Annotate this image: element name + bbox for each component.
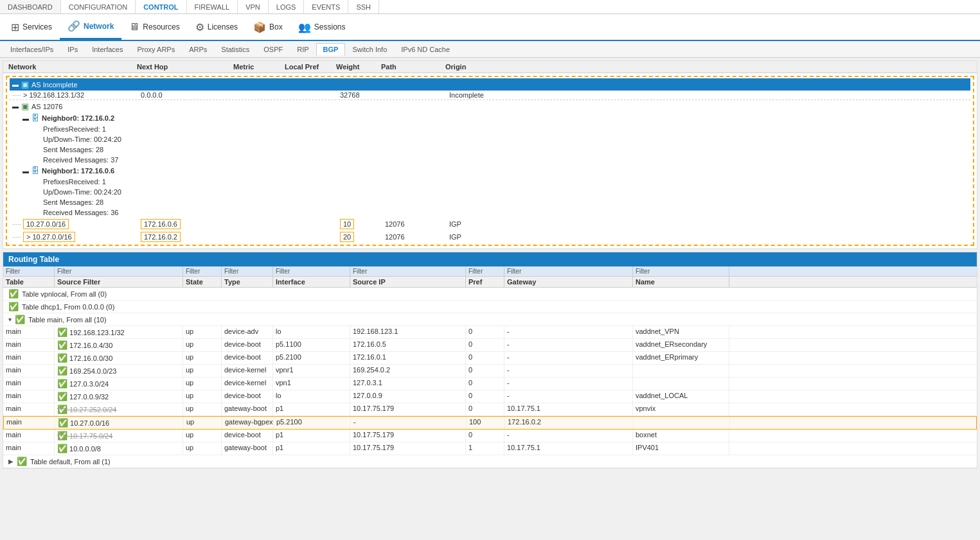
cell-table: main [3, 326, 55, 338]
neighbor1-received: Received Messages: 36 [43, 209, 118, 216]
cell-interface: p1 [273, 430, 350, 442]
nav-firewall[interactable]: FIREWALL [187, 0, 238, 13]
table-row[interactable]: main✅ 169.254.0.0/23updevice-kernelvpnr1… [3, 365, 977, 378]
neighbor1-label: Neighbor1: 172.16.0.6 [42, 167, 114, 175]
filter-0[interactable]: Filter [3, 266, 55, 276]
nav-ssh[interactable]: SSH [348, 0, 379, 13]
cell-sourceip: 169.254.0.2 [350, 365, 466, 377]
group-vpnlocal[interactable]: ✅ Table vpnlocal, From all (0) [3, 288, 977, 300]
tab-ips[interactable]: IPs [60, 43, 85, 56]
collapse-icon[interactable]: ▬ [12, 81, 19, 88]
main-expand-icon[interactable]: ▾ [8, 316, 12, 323]
table-row[interactable]: main✅ 172.16.0.4/30updevice-bootp5.11001… [3, 339, 977, 352]
nav-logs[interactable]: LOGS [269, 0, 305, 13]
tab-ospf[interactable]: OSPF [256, 43, 290, 56]
filter-3[interactable]: Filter [222, 266, 273, 276]
table-row[interactable]: main✅ 10.27.252.0/24upgateway-bootp110.1… [3, 403, 977, 416]
bgp-route-1[interactable]: ····· > 10.27.0.0/16 172.16.0.2 20 12076… [10, 231, 970, 243]
neighbor0-db-icon: 🗄 [31, 114, 39, 123]
tab-statistics[interactable]: Statistics [214, 43, 256, 56]
neighbor1-expand-icon[interactable]: ▬ [22, 168, 29, 175]
nav-events[interactable]: EVENTS [304, 0, 348, 13]
filter-2[interactable]: Filter [183, 266, 222, 276]
bgp-tree: ▬ ▣ AS Incomplete ····· > 192.168.123.1/… [6, 76, 974, 246]
filter-5[interactable]: Filter [350, 266, 466, 276]
filter-6[interactable]: Filter [466, 266, 504, 276]
as-12076-row[interactable]: ▬ ▣ AS 12076 [10, 100, 970, 112]
cell-gateway: - [504, 326, 633, 338]
bgp-route-0[interactable]: ····· 10.27.0.0/16 172.16.0.6 10 12076 I… [10, 218, 970, 231]
cell-gateway: - [504, 390, 633, 403]
table-row[interactable]: main✅ 172.16.0.0/30updevice-bootp5.21001… [3, 352, 977, 365]
tab-ipv6-nd-cache[interactable]: IPv6 ND Cache [394, 43, 457, 56]
tab-bgp[interactable]: BGP [316, 43, 346, 56]
nav-configuration[interactable]: CONFIGURATION [61, 0, 136, 13]
cell-sourceip: 172.16.0.5 [350, 339, 466, 351]
cell-sourceip: 127.0.3.1 [350, 378, 466, 390]
cell-sourceip: 10.17.75.179 [350, 430, 466, 442]
table-row[interactable]: main✅ 10.17.75.0/24updevice-bootp110.17.… [3, 430, 977, 442]
default-expand-icon[interactable]: ▶ [8, 458, 13, 465]
filter-4[interactable]: Filter [273, 266, 350, 276]
cell-gateway: 10.17.75.1 [504, 403, 633, 415]
row-check-icon: ✅ [57, 353, 67, 363]
cell-gateway: - [504, 365, 633, 377]
group-main[interactable]: ▾ ✅ Table main, From all (10) [3, 313, 977, 326]
group-dhcp1[interactable]: ✅ Table dhcp1, From 0.0.0.0 (0) [3, 300, 977, 313]
nav-resources[interactable]: 🖥 Resources [121, 14, 187, 40]
neighbor1-db-icon: 🗄 [31, 166, 39, 175]
cell-name: vpnvix [633, 403, 729, 415]
cell-state: up [183, 430, 222, 442]
cell-type: gateway-boot [222, 403, 273, 415]
neighbor0-updown-row: Up/Down-Time: 00:24:20 [40, 134, 970, 144]
table-row[interactable]: main✅ 127.0.0.9/32updevice-bootlo127.0.0… [3, 390, 977, 403]
row-check-icon: ✅ [57, 327, 67, 337]
cell-source: ✅ 127.0.3.0/24 [55, 378, 183, 390]
cell-source: ✅ 192.168.123.1/32 [55, 326, 183, 338]
bgp-col-metric: Metric [231, 62, 282, 71]
cell-pref: 0 [466, 403, 504, 415]
filter-8[interactable]: Filter [633, 266, 729, 276]
tab-rip[interactable]: RIP [290, 43, 316, 56]
tab-interfaces[interactable]: Interfaces [85, 43, 130, 56]
cell-name: IPV401 [633, 442, 729, 455]
neighbor1-sent: Sent Messages: 28 [43, 198, 103, 206]
cell-name: vaddnet_ERprimary [633, 352, 729, 364]
neighbor0-expand-icon[interactable]: ▬ [22, 115, 29, 122]
nav-dashboard[interactable]: DASHBOARD [0, 0, 61, 13]
cell-pref: 0 [466, 378, 504, 390]
cell-type: gateway-bgpext [222, 417, 274, 429]
bgp-route-1-path: 12076 [385, 233, 449, 241]
nav-licenses[interactable]: ⚙ Licenses [188, 14, 245, 40]
cell-state: up [183, 365, 222, 377]
table-row[interactable]: main✅ 127.0.3.0/24updevice-kernelvpn1127… [3, 378, 977, 390]
as-12076-collapse-icon[interactable]: ▬ [12, 103, 19, 110]
filter-1[interactable]: Filter [55, 266, 183, 276]
filter-7[interactable]: Filter [504, 266, 633, 276]
nav-network[interactable]: 🔗 Network [60, 14, 121, 40]
table-row[interactable]: main✅ 192.168.123.1/32updevice-advlo192.… [3, 326, 977, 339]
as-incomplete-route-row[interactable]: ····· > 192.168.123.1/32 0.0.0.0 32768 I… [10, 91, 970, 100]
neighbor1-row[interactable]: ▬ 🗄 Neighbor1: 172.16.0.6 [20, 165, 970, 177]
tab-arps[interactable]: ARPs [182, 43, 214, 56]
cell-type: device-boot [222, 430, 273, 442]
neighbor0-sent: Sent Messages: 28 [43, 146, 103, 153]
cell-state: up [183, 390, 222, 403]
nav-sessions[interactable]: 👥 Sessions [290, 14, 353, 40]
table-row[interactable]: main✅ 10.0.0.0/8upgateway-bootp110.17.75… [3, 442, 977, 455]
as-incomplete-row[interactable]: ▬ ▣ AS Incomplete [10, 78, 970, 91]
table-row[interactable]: main✅ 10.27.0.0/16upgateway-bgpextp5.210… [3, 416, 977, 430]
cell-gateway: - [504, 430, 633, 442]
bgp-route-0-nexthop: 172.16.0.6 [141, 219, 237, 229]
nav-box[interactable]: 📦 Box [245, 14, 290, 40]
group-default[interactable]: ▶ ✅ Table default, From all (1) [3, 455, 977, 468]
tab-switch-info[interactable]: Switch Info [345, 43, 394, 56]
nav-vpn[interactable]: VPN [238, 0, 269, 13]
nav-licenses-label: Licenses [208, 22, 238, 31]
nav-control[interactable]: CONTROL [136, 0, 186, 13]
row-check-icon: ✅ [57, 431, 67, 440]
neighbor0-row[interactable]: ▬ 🗄 Neighbor0: 172.16.0.2 [20, 112, 970, 124]
tab-proxy-arps[interactable]: Proxy ARPs [130, 43, 182, 56]
nav-services[interactable]: ⊞ Services [3, 14, 60, 40]
tab-interfaces-ips[interactable]: Interfaces/IPs [3, 43, 60, 56]
